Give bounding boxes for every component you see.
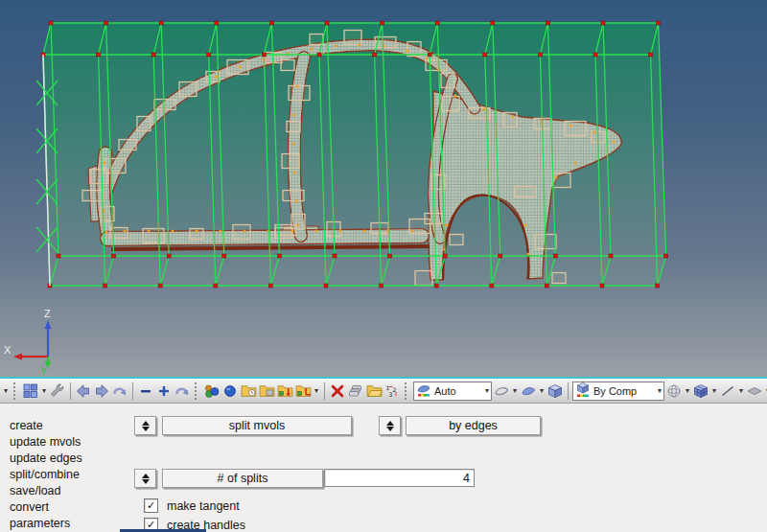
split-mvols-button[interactable]: split mvols bbox=[162, 416, 352, 435]
shaded-geometry-icon[interactable] bbox=[520, 382, 537, 400]
svg-text:2: 2 bbox=[393, 386, 397, 393]
zoom-in-icon[interactable] bbox=[155, 382, 173, 400]
axis-x-label: X bbox=[4, 344, 12, 356]
num-splits-button[interactable]: # of splits bbox=[162, 469, 323, 488]
panel-menu-item-split-combine[interactable]: split/combine bbox=[10, 468, 80, 484]
panel-menu-item-save-load[interactable]: save/load bbox=[10, 484, 61, 500]
color-mode-combo-icon bbox=[575, 382, 591, 400]
application-window: ZXY ▾▾▾123Auto▾▾▾By Comp▾▾▾▾▾▾ createupd… bbox=[0, 0, 767, 532]
panel-menu-item-parameters[interactable]: parameters bbox=[10, 517, 70, 532]
spinner-up-icon bbox=[386, 421, 394, 426]
undo-view-icon[interactable] bbox=[111, 382, 128, 400]
wireframe-geometry-icon[interactable] bbox=[493, 382, 510, 400]
entity-selector-switch-2[interactable] bbox=[379, 416, 401, 435]
export-caret[interactable]: ▾ bbox=[313, 382, 320, 400]
color-mode-combo-label: By Comp bbox=[593, 385, 655, 397]
shaded-elements-caret[interactable]: ▾ bbox=[710, 382, 718, 400]
wireframe-elements-icon[interactable] bbox=[665, 382, 683, 400]
wireframe-elements-caret[interactable]: ▾ bbox=[684, 382, 691, 400]
toolbar-sep-1 bbox=[70, 382, 71, 400]
axis-triad: ZXY bbox=[4, 308, 52, 377]
axis-z-label: Z bbox=[44, 308, 51, 319]
spinner-up-icon bbox=[142, 421, 150, 426]
toolbar-grip-2 bbox=[195, 382, 199, 400]
spinner-down-icon bbox=[386, 427, 394, 431]
wireframe-geometry-caret[interactable]: ▾ bbox=[511, 382, 519, 400]
renumber-icon[interactable]: 123 bbox=[384, 382, 401, 400]
shade-mode-combo-label: Auto bbox=[434, 385, 482, 397]
toolbar-sep-4 bbox=[568, 382, 569, 400]
zoom-out-icon[interactable] bbox=[137, 382, 154, 400]
3d-viewport[interactable]: ZXY bbox=[0, 0, 767, 377]
entity-spheres-icon[interactable] bbox=[203, 382, 221, 400]
toolbar-overflow-caret[interactable]: ▾ bbox=[2, 382, 10, 400]
export-icon[interactable] bbox=[294, 382, 312, 400]
back-arrow-icon[interactable] bbox=[75, 382, 92, 400]
window-layout-caret[interactable]: ▾ bbox=[40, 382, 48, 400]
svg-text:3: 3 bbox=[389, 390, 393, 397]
1d-elements-caret[interactable]: ▾ bbox=[737, 382, 745, 400]
open-model-icon[interactable] bbox=[240, 382, 257, 400]
panel-menu-item-update-edges[interactable]: update edges bbox=[10, 451, 82, 468]
make-tangent-checkbox[interactable]: ✓ bbox=[144, 498, 158, 513]
panel-area: createupdate mvolsupdate edgessplit/comb… bbox=[0, 403, 767, 532]
shaded-geometry-caret[interactable]: ▾ bbox=[538, 382, 546, 400]
color-mode-combo[interactable]: By Comp▾ bbox=[572, 382, 664, 401]
2d-elements-icon[interactable] bbox=[746, 382, 763, 400]
toolbar-sep-3 bbox=[324, 382, 325, 400]
viewport-canvas: ZXY bbox=[0, 0, 767, 377]
splits-selector-switch[interactable] bbox=[134, 469, 156, 488]
organize-icon[interactable] bbox=[365, 382, 383, 400]
toolbar-sep-2 bbox=[132, 382, 133, 400]
single-sphere-icon[interactable] bbox=[221, 382, 239, 400]
axis-y-label: Y bbox=[40, 365, 48, 377]
spinner-up-icon bbox=[142, 474, 150, 478]
delete-icon[interactable] bbox=[329, 382, 346, 400]
toolbar-grip-3 bbox=[405, 382, 409, 400]
panel-menu-item-update-mvols[interactable]: update mvols bbox=[10, 435, 81, 451]
num-splits-input[interactable] bbox=[324, 469, 475, 487]
entity-selector-switch-1[interactable] bbox=[134, 416, 156, 435]
shade-mode-combo[interactable]: Auto▾ bbox=[413, 382, 492, 401]
shade-mode-combo-icon bbox=[416, 382, 431, 400]
save-model-icon[interactable] bbox=[258, 382, 275, 400]
panel-menu-item-create[interactable]: create bbox=[10, 419, 43, 435]
window-layout-icon[interactable] bbox=[22, 382, 39, 400]
main-toolbar: ▾▾▾123Auto▾▾▾By Comp▾▾▾▾▾▾ bbox=[0, 377, 767, 404]
toolbar-grip-1 bbox=[13, 382, 18, 400]
import-icon[interactable] bbox=[276, 382, 293, 400]
shaded-elements-icon[interactable] bbox=[692, 382, 709, 400]
forward-arrow-icon[interactable] bbox=[93, 382, 110, 400]
make-tangent-label: make tangent bbox=[167, 499, 240, 513]
spinner-down-icon bbox=[142, 427, 150, 431]
solid-cube-icon[interactable] bbox=[546, 382, 564, 400]
spinner-down-icon bbox=[142, 479, 150, 484]
layers-icon[interactable] bbox=[347, 382, 364, 400]
1d-elements-icon[interactable] bbox=[719, 382, 736, 400]
fit-view-icon[interactable] bbox=[174, 382, 191, 400]
options-wrench-icon[interactable] bbox=[49, 382, 66, 400]
by-edges-button[interactable]: by edges bbox=[406, 416, 541, 435]
panel-menu-item-convert[interactable]: convert bbox=[10, 500, 49, 517]
